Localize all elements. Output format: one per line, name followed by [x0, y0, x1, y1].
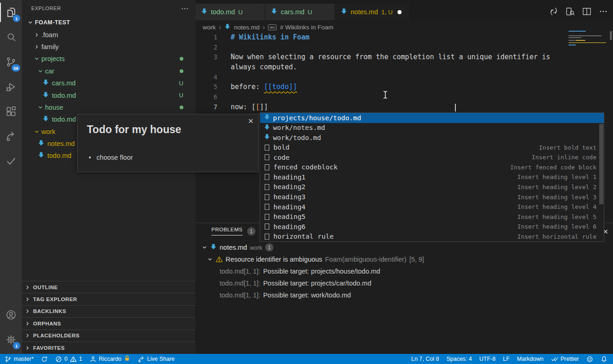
tree-row-foam[interactable]: .foam: [22, 28, 195, 40]
breadcrumb-file[interactable]: notes.md: [234, 24, 260, 31]
tree-row-projects[interactable]: projects: [22, 53, 195, 65]
dirty-indicator-dot[interactable]: [397, 10, 402, 14]
snippet-icon: [265, 154, 269, 160]
section-outline[interactable]: OUTLINE: [22, 281, 195, 293]
more-actions-icon[interactable]: [597, 6, 609, 17]
suggest-item-heading6[interactable]: heading6Insert heading level 6: [260, 222, 604, 232]
tree-row-house[interactable]: house: [22, 101, 195, 113]
tree-row-foam-test[interactable]: FOAM-TEST: [22, 17, 195, 28]
suggest-item-work-notes[interactable]: work/notes.md: [260, 123, 604, 133]
breadcrumb-folder[interactable]: work: [203, 24, 216, 31]
search-activity-icon[interactable]: [0, 25, 22, 50]
warning-source: Foam(ambiguous-identifier): [325, 256, 406, 263]
suggest-item-bold[interactable]: boldInsert bold text: [260, 143, 604, 153]
source-control-badge: 56: [11, 64, 20, 72]
explorer-activity-icon[interactable]: 1: [0, 0, 22, 25]
minimap-heading-line: [568, 31, 586, 32]
problems-target-row[interactable]: todo.md[1, 1]: Possible target: projects…: [220, 265, 380, 277]
extensions-activity-icon[interactable]: [0, 99, 22, 124]
tab-label: todo.md: [211, 8, 235, 16]
accounts-activity-icon[interactable]: [0, 302, 22, 327]
warning-count: 1: [79, 356, 82, 362]
tree-row-todo-md-car[interactable]: todo.md U: [22, 89, 195, 101]
warning-message: Resource identifier is ambiguous: [226, 256, 322, 263]
code-line-3-wrap[interactable]: always computed.: [195, 62, 613, 72]
encoding-status[interactable]: UTF-8: [476, 356, 499, 362]
chevron-down-icon: [38, 105, 45, 110]
language-mode-status[interactable]: Markdown: [513, 356, 547, 362]
code-line-3[interactable]: 3Now when selecting a resource from the …: [195, 52, 613, 62]
tree-row-cars-md[interactable]: cars.md U: [22, 77, 195, 89]
notifications-status[interactable]: [597, 356, 613, 363]
dropdown-scrollbar-thumb[interactable]: [599, 124, 603, 204]
code-line-1[interactable]: 1# Wikilinks in Foam: [195, 32, 613, 42]
tree-label: cars.md: [52, 79, 179, 87]
suggest-detail: Insert fenced code block: [510, 164, 600, 171]
suggest-item-heading1[interactable]: heading1Insert heading level 1: [260, 172, 604, 182]
open-preview-icon[interactable]: [564, 6, 576, 17]
formatter-status[interactable]: Prettier: [547, 356, 583, 363]
scrollbar-thumb[interactable]: [610, 31, 612, 40]
tasks-activity-icon[interactable]: [0, 149, 22, 174]
open-changes-icon[interactable]: [548, 6, 560, 17]
tab-todo-md[interactable]: todo.md U: [195, 4, 265, 20]
markdown-file-icon: [224, 23, 231, 31]
minimap[interactable]: [566, 29, 607, 49]
code-line-6[interactable]: 6: [195, 92, 613, 102]
suggest-item-heading2[interactable]: heading2Insert heading level 2: [260, 182, 604, 192]
close-icon[interactable]: ✕: [248, 117, 254, 125]
eol-status[interactable]: LF: [499, 356, 513, 362]
source-control-activity-icon[interactable]: 56: [0, 50, 22, 74]
live-share-status[interactable]: Live Share: [134, 356, 178, 363]
suggest-item-work-todo[interactable]: work/todo.md: [260, 133, 604, 143]
live-share-activity-icon[interactable]: [0, 124, 22, 149]
problems-warning-row[interactable]: Resource identifier is ambiguous Foam(am…: [207, 253, 424, 265]
vscode-window: 1 56 1: [0, 0, 613, 364]
tab-cars-md[interactable]: cars.md U: [265, 4, 335, 20]
section-favorites[interactable]: FAVORITES: [22, 342, 195, 353]
bell-icon: [601, 356, 607, 363]
section-orphans[interactable]: ORPHANS: [22, 317, 195, 329]
user-status[interactable]: Riccardo: [86, 355, 134, 363]
tree-row-family[interactable]: family: [22, 41, 195, 53]
problems-file-row[interactable]: notes.md work 1: [202, 241, 273, 253]
code-line-4[interactable]: 4: [195, 72, 613, 82]
settings-activity-icon[interactable]: 1: [0, 327, 22, 352]
tab-problems[interactable]: PROBLEMS: [211, 227, 243, 235]
section-tag-explorer[interactable]: TAG EXPLORER: [22, 293, 195, 305]
section-backlinks[interactable]: BACKLINKS: [22, 305, 195, 317]
split-editor-icon[interactable]: [581, 6, 593, 17]
problems-target-row[interactable]: todo.md[1, 1]: Possible target: projects…: [220, 277, 371, 289]
tree-row-car[interactable]: car: [22, 65, 195, 77]
section-placeholders[interactable]: PLACEHOLDERS: [22, 330, 195, 342]
code-line-5[interactable]: 5before: [[todo]]: [195, 82, 613, 92]
problems-target-row[interactable]: todo.md[1, 1]: Possible target: work/tod…: [220, 289, 351, 301]
feedback-smiley-icon: [586, 356, 593, 363]
cursor-position-status[interactable]: Ln 7, Col 8: [408, 356, 443, 362]
wikilink-todo[interactable]: [[todo]]: [264, 83, 297, 91]
suggest-item-code[interactable]: codeInsert inline code: [260, 152, 604, 162]
section-label: FAVORITES: [33, 345, 65, 351]
git-branch-status[interactable]: master*: [0, 356, 37, 363]
suggest-item-projects-house-todo[interactable]: projects/house/todo.md: [260, 113, 604, 123]
tab-notes-md[interactable]: notes.md 1, U: [335, 4, 410, 20]
indentation-status[interactable]: Spaces: 4: [443, 356, 476, 362]
run-debug-activity-icon[interactable]: [0, 74, 22, 99]
git-status-badge: U: [179, 80, 183, 87]
line-number: 2: [195, 44, 217, 51]
code-line-2[interactable]: 2: [195, 42, 613, 52]
suggest-item-heading5[interactable]: heading5Insert heading level 5: [260, 212, 604, 222]
code-area[interactable]: 1# Wikilinks in Foam 2 3Now when selecti…: [195, 32, 613, 112]
more-actions-icon[interactable]: ⋯: [181, 4, 189, 13]
suggest-item-fenced-codeblock[interactable]: fenced codeblockInsert fenced code block: [260, 162, 604, 173]
suggest-item-horizontal-rule[interactable]: horizontal ruleInsert horizontal rule: [260, 231, 604, 241]
breadcrumb-symbol[interactable]: # Wikilinks in Foam: [280, 24, 333, 31]
feedback-status[interactable]: [583, 356, 597, 363]
chevron-down-icon: [34, 56, 41, 62]
section-label: BACKLINKS: [33, 308, 66, 314]
sync-status[interactable]: [37, 356, 51, 363]
problems-status[interactable]: 0 1: [51, 356, 86, 363]
code-line-7[interactable]: 7now: [[]]: [195, 102, 613, 112]
suggest-item-heading3[interactable]: heading3Insert heading level 3: [260, 192, 604, 202]
suggest-item-heading4[interactable]: heading4Insert heading level 4: [260, 202, 604, 212]
